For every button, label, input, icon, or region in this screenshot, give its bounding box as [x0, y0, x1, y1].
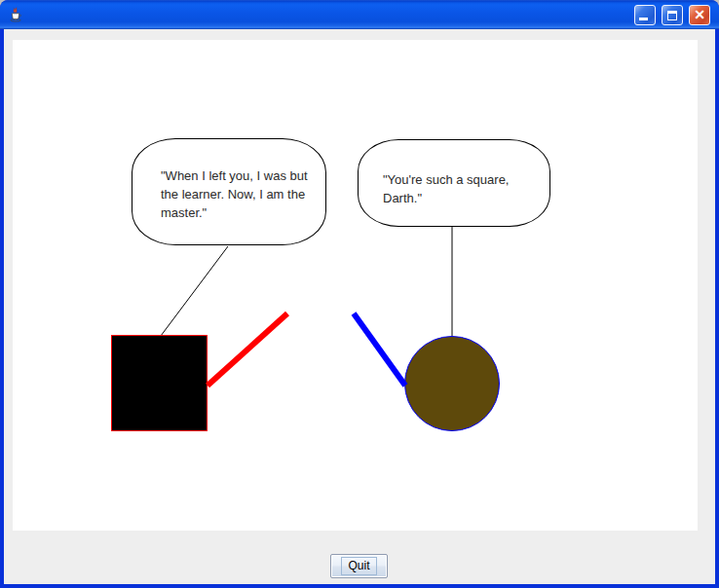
maximize-button[interactable] [662, 5, 683, 25]
content-pane: "When I left you, I was but the learner.… [4, 29, 715, 584]
red-lightsaber-line [208, 313, 287, 386]
titlebar[interactable]: ✕ [0, 0, 719, 29]
minimize-button[interactable] [634, 5, 656, 25]
blue-lightsaber-line [354, 313, 405, 386]
lightsabers-layer [13, 40, 698, 531]
drawing-canvas: "When I left you, I was but the learner.… [13, 40, 698, 531]
minimize-icon [639, 18, 648, 20]
window-controls: ✕ [634, 5, 710, 25]
app-window: ✕ "When I left you, I was but the learne… [0, 0, 719, 588]
java-coffee-cup-icon [7, 6, 24, 23]
quit-button[interactable]: Quit [330, 554, 388, 578]
close-button[interactable]: ✕ [689, 5, 710, 25]
close-icon: ✕ [690, 6, 709, 24]
quit-button-label: Quit [341, 557, 376, 575]
maximize-icon [667, 11, 677, 20]
